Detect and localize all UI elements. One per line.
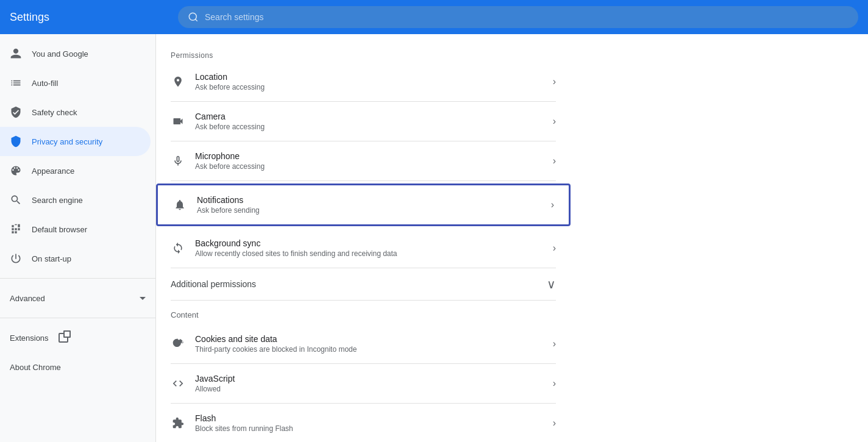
flash-text: Flash Block sites from running Flash xyxy=(195,413,543,433)
cookies-title: Cookies and site data xyxy=(195,334,543,344)
shield-check-icon xyxy=(10,106,22,118)
location-arrow-icon: › xyxy=(553,76,556,87)
permission-item-microphone[interactable]: Microphone Ask before accessing › xyxy=(171,141,556,181)
search-input[interactable] xyxy=(205,12,848,22)
notifications-subtitle: Ask before sending xyxy=(197,206,541,215)
camera-title: Camera xyxy=(195,112,543,121)
permission-item-background-sync[interactable]: Background sync Allow recently closed si… xyxy=(171,229,556,268)
shield-blue-icon xyxy=(10,135,22,148)
javascript-text: JavaScript Allowed xyxy=(195,374,543,393)
additional-permissions-label: Additional permissions xyxy=(171,279,547,289)
content-section-label: Content xyxy=(171,301,556,324)
permission-item-location[interactable]: Location Ask before accessing › xyxy=(171,62,556,102)
background-sync-arrow-icon: › xyxy=(553,243,556,254)
location-subtitle: Ask before accessing xyxy=(195,83,543,91)
javascript-arrow-icon: › xyxy=(553,378,556,389)
notifications-text: Notifications Ask before sending xyxy=(197,195,541,215)
sidebar-item-appearance[interactable]: Appearance xyxy=(0,156,151,185)
person-icon xyxy=(10,48,22,60)
permission-item-cookies[interactable]: Cookies and site data Third-party cookie… xyxy=(171,324,556,364)
cookies-subtitle: Third-party cookies are blocked in Incog… xyxy=(195,345,543,354)
svg-point-0 xyxy=(189,13,196,20)
power-icon xyxy=(10,252,22,265)
javascript-subtitle: Allowed xyxy=(195,385,543,393)
sidebar-label-default-browser: Default browser xyxy=(32,225,141,234)
flash-title: Flash xyxy=(195,413,543,423)
location-text: Location Ask before accessing xyxy=(195,72,543,91)
sidebar-item-on-startup[interactable]: On start-up xyxy=(0,244,151,273)
permission-item-camera[interactable]: Camera Ask before accessing › xyxy=(171,102,556,141)
microphone-icon xyxy=(171,154,185,168)
permission-item-javascript[interactable]: JavaScript Allowed › xyxy=(171,364,556,404)
sidebar-label-safety-check: Safety check xyxy=(32,108,141,117)
camera-icon xyxy=(171,114,185,129)
camera-arrow-icon: › xyxy=(553,116,556,127)
background-sync-title: Background sync xyxy=(195,238,543,248)
sidebar-about-chrome-label: About Chrome xyxy=(10,363,61,372)
microphone-text: Microphone Ask before accessing xyxy=(195,151,543,171)
microphone-subtitle: Ask before accessing xyxy=(195,162,543,171)
sidebar: You and Google Auto-fill Safety check Pr… xyxy=(0,34,156,442)
additional-permissions[interactable]: Additional permissions ∨ xyxy=(171,268,556,301)
external-link-icon xyxy=(59,333,68,343)
sidebar-item-extensions[interactable]: Extensions xyxy=(0,323,155,352)
sidebar-advanced[interactable]: Advanced xyxy=(0,283,155,313)
location-title: Location xyxy=(195,72,543,82)
sidebar-item-about-chrome[interactable]: About Chrome xyxy=(0,352,155,382)
search-icon xyxy=(188,12,199,23)
search-engine-icon xyxy=(10,194,22,206)
sidebar-label-search-engine: Search engine xyxy=(32,196,141,205)
svg-line-1 xyxy=(195,19,197,21)
cookies-text: Cookies and site data Third-party cookie… xyxy=(195,334,543,354)
sidebar-label-you-and-google: You and Google xyxy=(32,49,141,59)
sidebar-item-safety-check[interactable]: Safety check xyxy=(0,98,151,127)
flash-subtitle: Block sites from running Flash xyxy=(195,424,543,433)
code-icon xyxy=(171,376,185,391)
notifications-arrow-icon: › xyxy=(551,199,554,210)
sync-icon xyxy=(171,241,185,255)
sidebar-label-appearance: Appearance xyxy=(32,166,141,176)
palette-icon xyxy=(10,165,22,177)
settings-title: Settings xyxy=(10,11,168,24)
sidebar-label-privacy-and-security: Privacy and security xyxy=(32,137,141,146)
camera-text: Camera Ask before accessing xyxy=(195,112,543,131)
sidebar-item-auto-fill[interactable]: Auto-fill xyxy=(0,68,151,98)
header: Settings xyxy=(0,0,868,34)
expand-icon: ∨ xyxy=(547,277,556,291)
flash-arrow-icon: › xyxy=(553,418,556,429)
cookie-icon xyxy=(171,337,185,351)
camera-subtitle: Ask before accessing xyxy=(195,123,543,131)
permissions-section-label: Permissions xyxy=(171,44,556,62)
content-area: Permissions Location Ask before accessin… xyxy=(156,34,868,442)
background-sync-subtitle: Allow recently closed sites to finish se… xyxy=(195,249,543,258)
sidebar-advanced-label: Advanced xyxy=(10,294,130,303)
sidebar-item-search-engine[interactable]: Search engine xyxy=(0,185,151,215)
microphone-title: Microphone xyxy=(195,151,543,161)
javascript-title: JavaScript xyxy=(195,374,543,383)
search-bar[interactable] xyxy=(178,6,858,28)
notifications-title: Notifications xyxy=(197,195,541,205)
microphone-arrow-icon: › xyxy=(553,155,556,166)
sidebar-divider-2 xyxy=(0,318,155,318)
sidebar-label-auto-fill: Auto-fill xyxy=(32,79,141,88)
sidebar-label-on-startup: On start-up xyxy=(32,254,141,263)
permission-item-notifications[interactable]: Notifications Ask before sending › xyxy=(156,184,571,226)
cookies-arrow-icon: › xyxy=(553,338,556,349)
sidebar-item-privacy-and-security[interactable]: Privacy and security xyxy=(0,127,151,156)
sidebar-divider-1 xyxy=(0,278,155,279)
permission-item-flash[interactable]: Flash Block sites from running Flash › xyxy=(171,404,556,442)
sidebar-item-default-browser[interactable]: Default browser xyxy=(0,215,151,244)
browser-icon xyxy=(10,223,22,235)
background-sync-text: Background sync Allow recently closed si… xyxy=(195,238,543,258)
sidebar-extensions-label: Extensions xyxy=(10,333,49,343)
bell-icon xyxy=(173,198,187,212)
chevron-down-icon xyxy=(140,297,146,300)
sidebar-item-you-and-google[interactable]: You and Google xyxy=(0,39,151,68)
puzzle-icon xyxy=(171,416,185,430)
location-icon xyxy=(171,74,185,89)
content-inner: Permissions Location Ask before accessin… xyxy=(156,34,571,442)
main-layout: You and Google Auto-fill Safety check Pr… xyxy=(0,34,868,442)
list-icon xyxy=(10,77,22,89)
